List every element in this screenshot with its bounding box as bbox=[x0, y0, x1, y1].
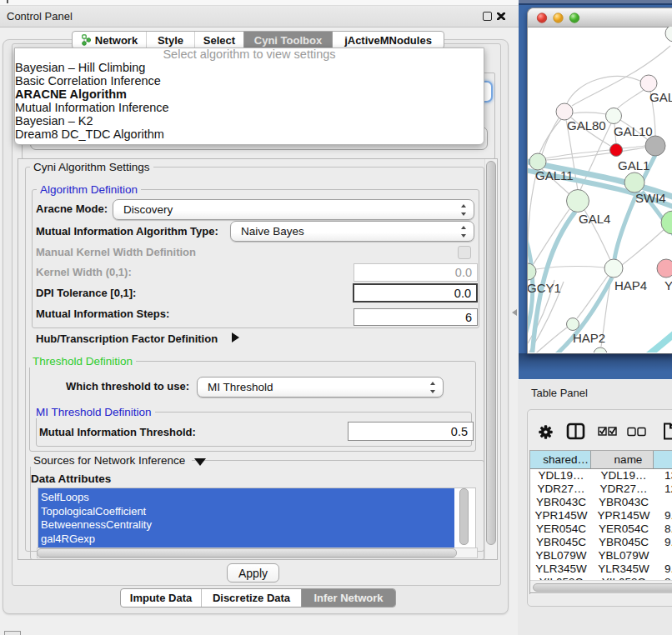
svg-text:GAL10: GAL10 bbox=[614, 124, 653, 138]
svg-text:GAL4: GAL4 bbox=[579, 212, 610, 226]
svg-text:Y: Y bbox=[664, 278, 672, 292]
svg-text:HAP4: HAP4 bbox=[614, 278, 647, 292]
svg-text:HAP2: HAP2 bbox=[573, 331, 605, 345]
svg-text:GAL80: GAL80 bbox=[567, 118, 606, 132]
svg-text:GAL1: GAL1 bbox=[618, 158, 649, 172]
svg-text:GAL7: GAL7 bbox=[649, 90, 672, 104]
svg-text:SWI4: SWI4 bbox=[635, 191, 666, 205]
svg-text:GCY1: GCY1 bbox=[528, 281, 561, 295]
svg-text:GAL11: GAL11 bbox=[535, 168, 574, 182]
